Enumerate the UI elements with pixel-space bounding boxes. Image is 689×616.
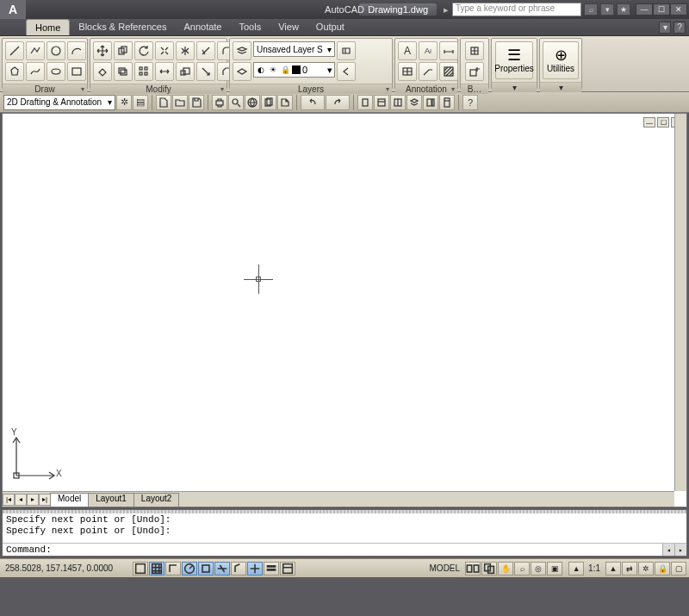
polygon-tool-icon[interactable] — [5, 62, 24, 81]
undo-button[interactable] — [301, 95, 325, 110]
panel-modify-expand-icon[interactable]: ▾ — [220, 85, 224, 93]
new-file-icon[interactable] — [156, 95, 171, 110]
clean-screen-icon[interactable]: ▢ — [671, 562, 686, 576]
utilities-button[interactable]: ⊕ Utilities — [543, 41, 579, 79]
coordinates-readout[interactable]: 258.5028, 157.1457, 0.0000 — [3, 563, 132, 573]
osnap-toggle[interactable] — [198, 562, 214, 576]
quick-properties-toggle[interactable] — [280, 562, 295, 576]
text-tool-icon[interactable]: AI — [419, 41, 438, 60]
command-scroll-right-icon[interactable]: ▸ — [674, 544, 686, 556]
panel-utilities-expand-icon[interactable]: ▾ — [559, 83, 563, 92]
polyline-tool-icon[interactable] — [26, 41, 45, 60]
tab-prev-icon[interactable]: ◂ — [15, 494, 27, 506]
tab-tools[interactable]: Tools — [231, 19, 270, 35]
zoom-statusbar-icon[interactable]: ⌕ — [514, 562, 530, 576]
model-space-toggle[interactable]: MODEL — [425, 563, 465, 573]
table-tool-icon[interactable] — [398, 62, 417, 81]
tab-first-icon[interactable]: |◂ — [3, 494, 15, 506]
create-block-icon[interactable] — [465, 62, 484, 81]
line-tool-icon[interactable] — [5, 41, 24, 60]
save-file-icon[interactable] — [189, 95, 204, 110]
tab-model[interactable]: Model — [50, 493, 89, 507]
tool-palettes-icon[interactable] — [390, 95, 406, 110]
spline-tool-icon[interactable] — [26, 62, 45, 81]
vertical-scrollbar[interactable] — [674, 114, 686, 491]
design-center-icon[interactable] — [407, 95, 422, 110]
rotate-tool-icon[interactable] — [134, 41, 153, 60]
array-tool-icon[interactable] — [134, 62, 153, 81]
plot-preview-icon[interactable] — [228, 95, 244, 110]
workspace-lock-icon[interactable]: ▤ — [133, 95, 148, 110]
trim-tool-icon[interactable] — [196, 41, 215, 60]
ortho-toggle[interactable] — [165, 562, 181, 576]
zoom-icon[interactable] — [374, 95, 389, 110]
insert-block-icon[interactable] — [465, 41, 484, 60]
tab-last-icon[interactable]: ▸| — [39, 494, 51, 506]
extend-tool-icon[interactable] — [196, 62, 215, 81]
help-icon[interactable]: ? — [462, 95, 478, 110]
workspace-settings-icon[interactable]: ✲ — [116, 95, 132, 110]
tab-layout2[interactable]: Layout2 — [133, 493, 180, 507]
redo-button[interactable] — [326, 95, 350, 110]
tab-view[interactable]: View — [270, 19, 307, 35]
panel-layers-expand-icon[interactable]: ▾ — [386, 85, 389, 93]
hatch-tool-icon[interactable] — [439, 62, 458, 81]
circle-tool-icon[interactable] — [47, 41, 65, 60]
command-input[interactable]: Command: — [3, 544, 662, 556]
panel-draw-expand-icon[interactable]: ▾ — [81, 85, 84, 93]
quick-view-layouts-icon[interactable] — [465, 562, 481, 576]
app-logo-button[interactable]: A — [0, 0, 26, 19]
leader-tool-icon[interactable] — [419, 62, 438, 81]
otrack-toggle[interactable] — [214, 562, 230, 576]
annotation-scale-value[interactable]: 1:1 — [584, 563, 605, 573]
rectangle-tool-icon[interactable] — [67, 62, 86, 81]
quick-view-drawings-icon[interactable] — [481, 562, 497, 576]
ducs-toggle[interactable] — [231, 562, 246, 576]
properties-button[interactable]: ☰ Properties — [495, 41, 533, 79]
layer-state-combo[interactable]: Unsaved Layer S▾ — [253, 41, 335, 57]
layer-properties-icon[interactable] — [233, 41, 251, 60]
showmotion-icon[interactable]: ▣ — [547, 562, 562, 576]
panel-properties-expand-icon[interactable]: ▾ — [512, 83, 517, 92]
workspace-switch-icon[interactable]: ✲ — [638, 562, 654, 576]
annotation-scale-icon[interactable]: ▲ — [568, 562, 584, 576]
tab-layout1[interactable]: Layout1 — [88, 493, 134, 507]
infocenter-star-icon[interactable]: ★ — [617, 3, 630, 16]
copy-tool-icon[interactable] — [114, 41, 133, 60]
move-tool-icon[interactable] — [93, 41, 112, 60]
workspace-combo[interactable]: 2D Drafting & Annotation▾ — [3, 95, 115, 110]
layer-match-icon[interactable] — [337, 41, 356, 60]
snap-toggle[interactable] — [133, 562, 148, 576]
scale-tool-icon[interactable] — [176, 62, 195, 81]
ribbon-overflow-icon[interactable]: ▾ — [659, 22, 671, 34]
publish-icon[interactable] — [245, 95, 260, 110]
layer-iso-icon[interactable] — [233, 62, 251, 81]
command-scroll-left-icon[interactable]: ◂ — [662, 544, 674, 556]
ellipse-tool-icon[interactable] — [47, 62, 65, 81]
stretch-tool-icon[interactable] — [155, 62, 174, 81]
arc-tool-icon[interactable] — [67, 41, 86, 60]
steering-wheel-icon[interactable]: ◎ — [531, 562, 546, 576]
offset-tool-icon[interactable] — [114, 62, 133, 81]
polar-toggle[interactable] — [182, 562, 197, 576]
tab-output[interactable]: Output — [307, 19, 353, 35]
markup-icon[interactable] — [423, 95, 438, 110]
print-icon[interactable] — [212, 95, 227, 110]
erase-tool-icon[interactable] — [93, 62, 112, 81]
dimension-tool-icon[interactable] — [439, 41, 458, 60]
search-button-icon[interactable]: ⌕ — [584, 3, 598, 16]
toolbar-lock-icon[interactable]: 🔒 — [655, 562, 670, 576]
grid-toggle[interactable] — [149, 562, 164, 576]
layer-combo[interactable]: ◐ ☀ 🔒 0 ▾ — [253, 62, 335, 78]
infocenter-toggle-icon[interactable]: ▾ — [600, 3, 614, 16]
mtext-tool-icon[interactable]: A — [398, 41, 417, 60]
viewport-restore-icon[interactable]: ☐ — [657, 117, 669, 128]
open-file-icon[interactable] — [172, 95, 188, 110]
maximize-button[interactable]: ☐ — [653, 3, 670, 16]
tab-blocks-references[interactable]: Blocks & References — [70, 19, 175, 35]
dyn-input-toggle[interactable] — [247, 562, 263, 576]
tab-annotate[interactable]: Annotate — [175, 19, 230, 35]
explode-tool-icon[interactable] — [155, 41, 174, 60]
tab-next-icon[interactable]: ▸ — [27, 494, 39, 506]
pan-statusbar-icon[interactable]: ✋ — [498, 562, 513, 576]
